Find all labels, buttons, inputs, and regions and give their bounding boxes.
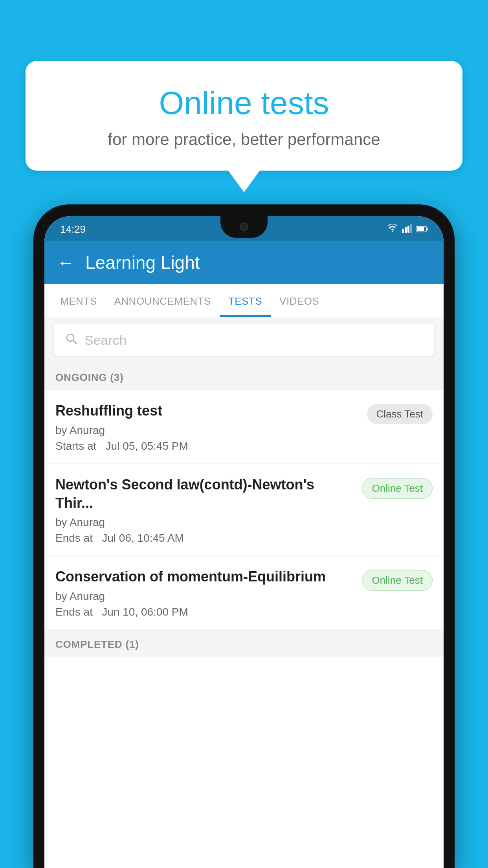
test-content-2: Newton's Second law(contd)-Newton's Thir… [55,476,362,545]
test-date-3: Ends at Jun 10, 06:00 PM [55,606,354,618]
test-name-3: Conservation of momentum-Equilibrium [55,568,354,586]
status-time: 14:29 [60,223,86,235]
phone-frame: 14:29 [33,204,455,868]
test-date-label-3: Ends at [55,606,93,618]
search-container: Search [44,317,444,363]
phone-notch [220,216,268,238]
status-icons [387,223,428,235]
tab-videos[interactable]: VIDEOS [271,284,328,317]
battery-icon [416,223,428,235]
test-name-2: Newton's Second law(contd)-Newton's Thir… [55,476,354,513]
test-badge-2: Online Test [362,478,433,499]
section-ongoing-header: ONGOING (3) [44,363,444,390]
tab-tests[interactable]: TESTS [220,284,271,317]
svg-line-8 [73,340,76,344]
speech-bubble-pointer [228,171,260,192]
phone-screen: 14:29 [44,216,444,868]
tab-ments[interactable]: MENTS [51,284,106,317]
test-item-1[interactable]: Reshuffling test by Anurag Starts at Jul… [44,390,444,464]
search-icon [65,332,77,348]
svg-rect-0 [402,229,404,233]
test-item-2[interactable]: Newton's Second law(contd)-Newton's Thir… [44,464,444,556]
svg-rect-6 [417,227,424,231]
back-button[interactable]: ← [57,254,74,271]
svg-rect-5 [427,228,428,230]
signal-icon [402,223,412,235]
speech-bubble-title: Online tests [47,85,441,121]
search-placeholder: Search [84,333,127,348]
svg-rect-2 [407,226,409,233]
test-date-label-1: Starts at [55,440,96,452]
speech-bubble-container: Online tests for more practice, better p… [26,61,462,192]
section-completed-header: COMPLETED (1) [44,630,444,657]
test-badge-3: Online Test [362,570,433,591]
test-badge-1: Class Test [367,404,433,424]
test-date-1: Starts at Jul 05, 05:45 PM [55,440,359,452]
tabs-bar: MENTS ANNOUNCEMENTS TESTS VIDEOS [44,284,444,317]
test-author-1: by Anurag [55,424,359,437]
speech-bubble: Online tests for more practice, better p… [26,61,462,171]
wifi-icon [387,223,398,235]
test-content-3: Conservation of momentum-Equilibrium by … [55,568,362,618]
svg-rect-1 [405,227,407,233]
test-item-3[interactable]: Conservation of momentum-Equilibrium by … [44,556,444,630]
front-camera [240,223,248,231]
test-date-value-1: Jul 05, 05:45 PM [106,440,188,452]
test-date-value-3: Jun 10, 06:00 PM [102,606,188,618]
app-title: Learning Light [85,252,200,273]
app-header: ← Learning Light [44,241,444,284]
tab-announcements[interactable]: ANNOUNCEMENTS [106,284,220,317]
speech-bubble-subtitle: for more practice, better performance [47,130,441,149]
test-date-value-2: Jul 06, 10:45 AM [102,532,184,544]
test-list: Reshuffling test by Anurag Starts at Jul… [44,390,444,630]
test-name-1: Reshuffling test [55,402,359,420]
search-bar[interactable]: Search [54,324,434,356]
test-author-2: by Anurag [55,516,354,529]
test-date-2: Ends at Jul 06, 10:45 AM [55,532,354,544]
test-date-label-2: Ends at [55,532,93,544]
svg-rect-3 [410,224,412,233]
test-author-3: by Anurag [55,590,354,603]
test-content-1: Reshuffling test by Anurag Starts at Jul… [55,402,367,452]
